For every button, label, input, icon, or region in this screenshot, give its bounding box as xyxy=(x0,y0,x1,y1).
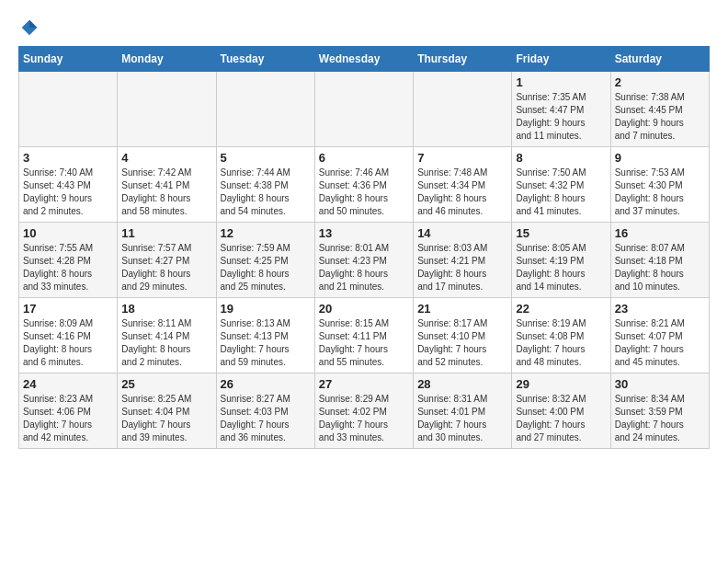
day-number: 29 xyxy=(516,377,606,391)
day-number: 13 xyxy=(319,226,409,240)
day-number: 20 xyxy=(319,302,409,316)
day-number: 30 xyxy=(615,377,705,391)
day-info: Sunrise: 8:19 AM Sunset: 4:08 PM Dayligh… xyxy=(516,317,606,369)
day-info: Sunrise: 7:57 AM Sunset: 4:27 PM Dayligh… xyxy=(121,242,211,293)
calendar-cell: 13Sunrise: 8:01 AM Sunset: 4:23 PM Dayli… xyxy=(314,223,413,298)
calendar-cell: 28Sunrise: 8:31 AM Sunset: 4:01 PM Dayli… xyxy=(414,373,512,449)
day-info: Sunrise: 8:01 AM Sunset: 4:23 PM Dayligh… xyxy=(319,242,409,293)
day-info: Sunrise: 8:15 AM Sunset: 4:11 PM Dayligh… xyxy=(319,317,409,369)
day-info: Sunrise: 8:31 AM Sunset: 4:01 PM Dayligh… xyxy=(417,393,507,444)
day-info: Sunrise: 8:13 AM Sunset: 4:13 PM Dayligh… xyxy=(221,317,311,369)
day-number: 10 xyxy=(23,226,113,240)
day-number: 5 xyxy=(221,151,311,165)
weekday-header: Thursday xyxy=(414,47,512,72)
day-info: Sunrise: 7:44 AM Sunset: 4:38 PM Dayligh… xyxy=(221,167,311,218)
day-info: Sunrise: 7:38 AM Sunset: 4:45 PM Dayligh… xyxy=(615,91,705,143)
day-number: 2 xyxy=(615,75,705,89)
calendar-cell: 6Sunrise: 7:46 AM Sunset: 4:36 PM Daylig… xyxy=(314,147,413,223)
day-number: 27 xyxy=(319,377,409,391)
calendar-week-row: 1Sunrise: 7:35 AM Sunset: 4:47 PM Daylig… xyxy=(19,72,710,147)
calendar-cell xyxy=(19,72,118,147)
day-number: 11 xyxy=(121,226,211,240)
calendar-cell: 10Sunrise: 7:55 AM Sunset: 4:28 PM Dayli… xyxy=(19,223,118,298)
calendar-cell: 17Sunrise: 8:09 AM Sunset: 4:16 PM Dayli… xyxy=(19,298,118,373)
calendar-cell: 21Sunrise: 8:17 AM Sunset: 4:10 PM Dayli… xyxy=(414,298,512,373)
day-number: 23 xyxy=(615,302,705,316)
weekday-header: Friday xyxy=(512,47,610,72)
calendar-cell: 23Sunrise: 8:21 AM Sunset: 4:07 PM Dayli… xyxy=(610,298,709,373)
day-info: Sunrise: 8:29 AM Sunset: 4:02 PM Dayligh… xyxy=(319,393,409,444)
weekday-header: Monday xyxy=(118,47,216,72)
calendar-cell xyxy=(118,72,216,147)
day-number: 24 xyxy=(23,377,113,391)
day-number: 12 xyxy=(221,226,311,240)
calendar-cell: 18Sunrise: 8:11 AM Sunset: 4:14 PM Dayli… xyxy=(118,298,216,373)
day-number: 28 xyxy=(417,377,507,391)
logo xyxy=(18,18,39,37)
calendar-cell: 1Sunrise: 7:35 AM Sunset: 4:47 PM Daylig… xyxy=(512,72,610,147)
day-info: Sunrise: 7:55 AM Sunset: 4:28 PM Dayligh… xyxy=(23,242,113,293)
calendar-cell: 9Sunrise: 7:53 AM Sunset: 4:30 PM Daylig… xyxy=(610,147,709,223)
day-number: 25 xyxy=(121,377,211,391)
day-info: Sunrise: 8:05 AM Sunset: 4:19 PM Dayligh… xyxy=(516,242,606,293)
calendar-cell: 26Sunrise: 8:27 AM Sunset: 4:03 PM Dayli… xyxy=(216,373,314,449)
calendar-cell: 22Sunrise: 8:19 AM Sunset: 4:08 PM Dayli… xyxy=(512,298,610,373)
day-info: Sunrise: 7:35 AM Sunset: 4:47 PM Dayligh… xyxy=(516,91,606,143)
day-number: 19 xyxy=(221,302,311,316)
day-info: Sunrise: 8:32 AM Sunset: 4:00 PM Dayligh… xyxy=(516,393,606,444)
calendar-week-row: 17Sunrise: 8:09 AM Sunset: 4:16 PM Dayli… xyxy=(19,298,710,373)
calendar-cell: 14Sunrise: 8:03 AM Sunset: 4:21 PM Dayli… xyxy=(414,223,512,298)
calendar-cell: 11Sunrise: 7:57 AM Sunset: 4:27 PM Dayli… xyxy=(118,223,216,298)
day-info: Sunrise: 7:59 AM Sunset: 4:25 PM Dayligh… xyxy=(221,242,311,293)
day-info: Sunrise: 8:17 AM Sunset: 4:10 PM Dayligh… xyxy=(417,317,507,369)
day-number: 9 xyxy=(615,151,705,165)
day-info: Sunrise: 8:21 AM Sunset: 4:07 PM Dayligh… xyxy=(615,317,705,369)
day-number: 17 xyxy=(23,302,113,316)
day-number: 16 xyxy=(615,226,705,240)
svg-marker-1 xyxy=(29,20,37,28)
calendar-cell xyxy=(314,72,413,147)
calendar-cell: 4Sunrise: 7:42 AM Sunset: 4:41 PM Daylig… xyxy=(118,147,216,223)
weekday-header: Sunday xyxy=(19,47,118,72)
calendar-cell xyxy=(216,72,314,147)
day-number: 7 xyxy=(417,151,507,165)
calendar-header: SundayMondayTuesdayWednesdayThursdayFrid… xyxy=(19,47,710,72)
day-number: 8 xyxy=(516,151,606,165)
calendar-cell xyxy=(414,72,512,147)
day-number: 21 xyxy=(417,302,507,316)
calendar-week-row: 3Sunrise: 7:40 AM Sunset: 4:43 PM Daylig… xyxy=(19,147,710,223)
day-number: 6 xyxy=(319,151,409,165)
calendar-cell: 25Sunrise: 8:25 AM Sunset: 4:04 PM Dayli… xyxy=(118,373,216,449)
day-number: 18 xyxy=(121,302,211,316)
day-info: Sunrise: 8:03 AM Sunset: 4:21 PM Dayligh… xyxy=(417,242,507,293)
day-number: 26 xyxy=(221,377,311,391)
calendar-cell: 20Sunrise: 8:15 AM Sunset: 4:11 PM Dayli… xyxy=(314,298,413,373)
calendar-cell: 7Sunrise: 7:48 AM Sunset: 4:34 PM Daylig… xyxy=(414,147,512,223)
page-header xyxy=(18,18,710,37)
day-number: 22 xyxy=(516,302,606,316)
calendar-cell: 8Sunrise: 7:50 AM Sunset: 4:32 PM Daylig… xyxy=(512,147,610,223)
day-info: Sunrise: 8:11 AM Sunset: 4:14 PM Dayligh… xyxy=(121,317,211,369)
calendar-cell: 30Sunrise: 8:34 AM Sunset: 3:59 PM Dayli… xyxy=(610,373,709,449)
calendar-cell: 19Sunrise: 8:13 AM Sunset: 4:13 PM Dayli… xyxy=(216,298,314,373)
day-info: Sunrise: 8:25 AM Sunset: 4:04 PM Dayligh… xyxy=(121,393,211,444)
day-info: Sunrise: 7:50 AM Sunset: 4:32 PM Dayligh… xyxy=(516,167,606,218)
calendar-body: 1Sunrise: 7:35 AM Sunset: 4:47 PM Daylig… xyxy=(19,72,710,449)
calendar-week-row: 10Sunrise: 7:55 AM Sunset: 4:28 PM Dayli… xyxy=(19,223,710,298)
calendar-cell: 5Sunrise: 7:44 AM Sunset: 4:38 PM Daylig… xyxy=(216,147,314,223)
day-info: Sunrise: 8:09 AM Sunset: 4:16 PM Dayligh… xyxy=(23,317,113,369)
calendar-cell: 15Sunrise: 8:05 AM Sunset: 4:19 PM Dayli… xyxy=(512,223,610,298)
calendar-cell: 3Sunrise: 7:40 AM Sunset: 4:43 PM Daylig… xyxy=(19,147,118,223)
weekday-header: Wednesday xyxy=(314,47,413,72)
day-number: 1 xyxy=(516,75,606,89)
day-info: Sunrise: 7:42 AM Sunset: 4:41 PM Dayligh… xyxy=(121,167,211,218)
day-number: 3 xyxy=(23,151,113,165)
day-number: 14 xyxy=(417,226,507,240)
day-info: Sunrise: 7:40 AM Sunset: 4:43 PM Dayligh… xyxy=(23,167,113,218)
day-info: Sunrise: 7:46 AM Sunset: 4:36 PM Dayligh… xyxy=(319,167,409,218)
weekday-header: Tuesday xyxy=(216,47,314,72)
day-number: 4 xyxy=(121,151,211,165)
calendar-week-row: 24Sunrise: 8:23 AM Sunset: 4:06 PM Dayli… xyxy=(19,373,710,449)
day-info: Sunrise: 7:53 AM Sunset: 4:30 PM Dayligh… xyxy=(615,167,705,218)
day-info: Sunrise: 7:48 AM Sunset: 4:34 PM Dayligh… xyxy=(417,167,507,218)
